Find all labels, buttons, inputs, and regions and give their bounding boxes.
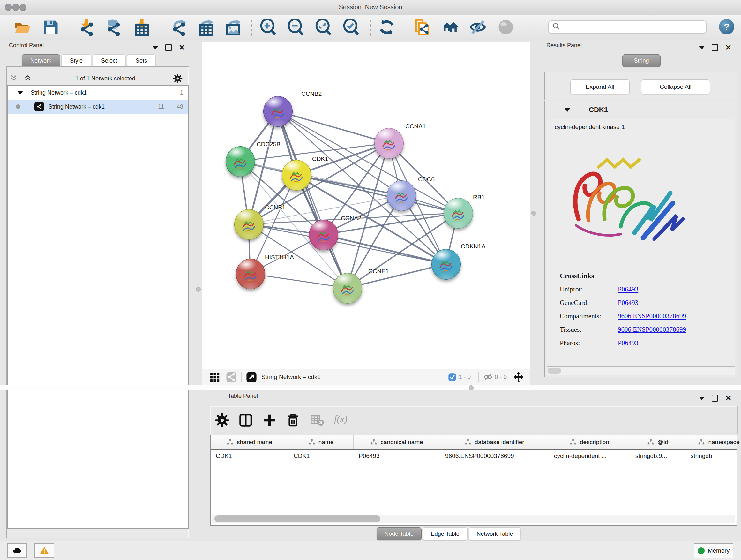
- cell-namespace[interactable]: stringdb: [685, 449, 741, 462]
- zoom-fit-icon[interactable]: [315, 18, 332, 36]
- delete-column-trash-icon[interactable]: [286, 413, 300, 428]
- import-table-icon[interactable]: [133, 18, 150, 36]
- crosslink-link[interactable]: P06493: [618, 299, 638, 307]
- cloud-button[interactable]: [7, 543, 27, 558]
- edge-CDKN1A-CCNE1[interactable]: [347, 264, 446, 288]
- cell-description[interactable]: cyclin-dependent ...: [549, 449, 630, 462]
- cell-name[interactable]: CDK1: [288, 449, 354, 462]
- column-header-name[interactable]: name: [288, 435, 354, 449]
- column-header--id[interactable]: @id: [630, 435, 685, 449]
- column-header-database-identifier[interactable]: database identifier: [440, 435, 549, 449]
- column-header-canonical-name[interactable]: canonical name: [354, 435, 440, 449]
- tab-select[interactable]: Select: [92, 54, 126, 67]
- horizontal-splitter[interactable]: [0, 385, 741, 390]
- crosslink-link[interactable]: 9606.ENSP00000378699: [618, 312, 686, 320]
- left-splitter-handle[interactable]: [196, 287, 201, 292]
- table-panel-collapse-icon[interactable]: [699, 396, 704, 400]
- zoom-selected-icon[interactable]: [342, 18, 360, 36]
- node-CDK1[interactable]: [282, 160, 311, 191]
- cell-database-identifier[interactable]: 9606.ENSP00000378699: [440, 449, 549, 462]
- edge-CCNB2-CCNA1[interactable]: [278, 111, 389, 143]
- control-panel-float-icon[interactable]: [165, 44, 172, 51]
- node-CDKN1A[interactable]: [431, 249, 461, 280]
- node-CCNA2[interactable]: [309, 220, 338, 250]
- control-panel-close-icon[interactable]: ✕: [179, 45, 185, 51]
- birds-eye-view-icon[interactable]: [209, 372, 220, 382]
- crosslink-link[interactable]: P06493: [618, 339, 638, 347]
- gene-section-header[interactable]: CDK1: [545, 101, 737, 119]
- export-table-icon[interactable]: [197, 18, 214, 36]
- table-h-scrollbar[interactable]: [212, 515, 735, 523]
- hide-panels-icon[interactable]: [469, 18, 486, 36]
- node-CCNA1[interactable]: [374, 128, 404, 159]
- expand-all-networks-icon[interactable]: [23, 74, 32, 83]
- tab-style[interactable]: Style: [61, 54, 91, 67]
- table-panel-float-icon[interactable]: [712, 395, 718, 401]
- network-options-gear-icon[interactable]: [173, 74, 183, 83]
- node-HIST1H1A[interactable]: [236, 259, 265, 289]
- show-columns-icon[interactable]: [239, 413, 253, 428]
- table-row[interactable]: CDK1CDK1P064939606.ENSP00000378699cyclin…: [211, 449, 737, 462]
- node-CCNE1[interactable]: [333, 273, 362, 304]
- show-panels-icon[interactable]: [441, 18, 459, 36]
- network-canvas[interactable]: CCNB2 CCNA1 CDC25B CDK1 CDC6 RB1 CCNB1 C…: [202, 43, 530, 369]
- column-header-shared-name[interactable]: shared name: [211, 435, 288, 449]
- node-CCNB1[interactable]: [234, 209, 264, 240]
- crosslink-link[interactable]: 9606.ENSP00000378699: [618, 326, 686, 334]
- cell--id[interactable]: stringdb:9...: [630, 449, 685, 462]
- help-button[interactable]: ?: [719, 19, 734, 35]
- search-input[interactable]: [560, 23, 706, 31]
- clone-network-icon[interactable]: [413, 18, 430, 36]
- collapse-all-button[interactable]: Collapse All: [641, 79, 710, 94]
- expand-all-button[interactable]: Expand All: [570, 79, 630, 94]
- tree-expander-icon[interactable]: [17, 91, 23, 95]
- edge-CDK1-CDKN1A[interactable]: [296, 175, 446, 264]
- tab-network-table[interactable]: Network Table: [469, 527, 521, 540]
- warning-button[interactable]: [35, 543, 54, 558]
- tab-network[interactable]: Network: [22, 54, 60, 67]
- table-h-scrollbar-thumb[interactable]: [214, 515, 381, 522]
- control-panel-collapse-icon[interactable]: [152, 46, 158, 50]
- cell-canonical-name[interactable]: P06493: [354, 449, 440, 462]
- results-scrollbar-thumb[interactable]: [548, 368, 561, 374]
- import-network-icon[interactable]: [78, 18, 95, 36]
- table-panel-close-icon[interactable]: ✕: [725, 395, 731, 401]
- network-row[interactable]: String Network – cdk1 11 48: [8, 100, 188, 114]
- export-network-icon[interactable]: [170, 18, 187, 36]
- search-box[interactable]: [548, 20, 706, 34]
- column-header-description[interactable]: description: [549, 435, 630, 449]
- right-splitter-handle[interactable]: [531, 211, 536, 215]
- results-tab-string[interactable]: String: [622, 54, 661, 67]
- results-panel-collapse-icon[interactable]: [699, 46, 704, 50]
- tab-edge-table[interactable]: Edge Table: [423, 527, 468, 540]
- crosslink-link[interactable]: P06493: [618, 286, 638, 294]
- export-image-icon[interactable]: [225, 18, 242, 36]
- tab-sets[interactable]: Sets: [127, 54, 156, 67]
- zoom-out-icon[interactable]: [287, 18, 304, 36]
- table-options-gear-icon[interactable]: [215, 413, 229, 428]
- results-scrollbar[interactable]: [547, 367, 735, 375]
- create-column-plus-icon[interactable]: [262, 413, 277, 428]
- node-RB1[interactable]: [444, 198, 473, 229]
- column-header-namespace[interactable]: namespace: [685, 435, 741, 449]
- apply-layout-icon[interactable]: [378, 18, 395, 36]
- node-CDC25B[interactable]: [226, 146, 255, 177]
- save-session-icon[interactable]: [42, 18, 59, 36]
- zoom-in-icon[interactable]: [259, 18, 277, 36]
- memory-button[interactable]: Memory: [694, 543, 733, 558]
- open-in-browser-icon[interactable]: [246, 372, 257, 382]
- gene-collapse-icon[interactable]: [564, 108, 570, 112]
- collapse-all-networks-icon[interactable]: [10, 74, 18, 83]
- tab-node-table[interactable]: Node Table: [377, 527, 421, 540]
- results-panel-close-icon[interactable]: ✕: [725, 45, 731, 51]
- edge-CCNA2-CDKN1A[interactable]: [323, 235, 446, 264]
- results-panel-float-icon[interactable]: [712, 44, 718, 51]
- bottom-splitter-handle[interactable]: [469, 385, 474, 390]
- cell-shared-name[interactable]: CDK1: [211, 449, 288, 462]
- node-CDC6[interactable]: [387, 180, 416, 211]
- import-network-database-icon[interactable]: [105, 18, 122, 36]
- node-CCNB2[interactable]: [263, 96, 293, 127]
- network-share-icon[interactable]: [226, 372, 237, 382]
- fit-content-crosshair-icon[interactable]: [513, 371, 525, 383]
- open-file-icon[interactable]: [14, 18, 31, 36]
